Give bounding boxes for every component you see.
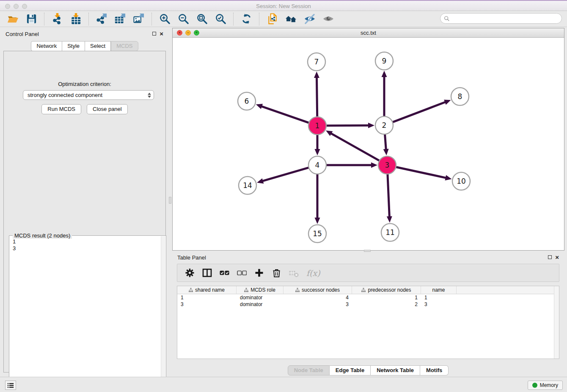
column-header-predecessor-nodes[interactable]: predecessor nodes <box>352 286 421 294</box>
table-panel: Table Panel × f(x) shared nameMCDS roles… <box>172 252 564 376</box>
result-scrollbar[interactable] <box>161 236 165 392</box>
refresh-button[interactable] <box>237 12 256 26</box>
column-header-successor-nodes[interactable]: successor nodes <box>284 286 352 294</box>
cell-MCDS-role[interactable]: dominator <box>237 301 284 308</box>
tree-icon <box>244 288 248 292</box>
float-panel-icon[interactable] <box>152 32 156 36</box>
edge-arrowhead-2-8 <box>444 99 451 105</box>
window-titlebar[interactable]: Session: New Session <box>0 0 567 11</box>
cell-shared-name[interactable]: 1 <box>177 294 237 301</box>
float-table-panel-icon[interactable] <box>548 255 552 259</box>
close-panel-icon[interactable]: × <box>160 32 163 36</box>
node-label-15: 15 <box>313 229 322 238</box>
tab-motifs[interactable]: Motifs <box>420 365 449 375</box>
node-table[interactable]: shared nameMCDS rolesuccessor nodesprede… <box>177 286 559 359</box>
column-header-name[interactable]: name <box>421 286 457 294</box>
eye-slash-button[interactable] <box>300 12 319 26</box>
edge-3-11[interactable] <box>388 174 389 217</box>
cell-shared-name[interactable]: 3 <box>177 301 237 308</box>
optimization-criterion-select[interactable]: strongly connected component <box>23 90 154 100</box>
folder-open-icon <box>7 13 19 25</box>
cell-name[interactable]: 1 <box>421 294 457 301</box>
edge-3-10[interactable] <box>396 167 446 178</box>
export-table-button[interactable] <box>111 12 129 26</box>
search-box[interactable] <box>440 13 562 24</box>
tab-node-table[interactable]: Node Table <box>288 365 330 375</box>
node-label-6: 6 <box>245 97 249 105</box>
cell-successor-nodes[interactable]: 4 <box>284 294 352 301</box>
unchecked-boxes-button[interactable] <box>236 268 247 279</box>
run-mcds-button[interactable]: Run MCDS <box>41 104 81 114</box>
import-network-button[interactable] <box>48 12 66 26</box>
close-panel-button[interactable]: Close panel <box>87 104 128 114</box>
eye-button[interactable] <box>319 12 337 26</box>
table-row-2[interactable]: 3dominator323 <box>177 301 559 308</box>
split-columns-button[interactable] <box>201 268 212 279</box>
cell-predecessor-nodes[interactable]: 1 <box>352 294 421 301</box>
control-panel: Control Panel × NetworkStyleSelectMCDS O… <box>0 28 169 377</box>
edge-4-14[interactable] <box>262 168 309 181</box>
gear-button[interactable] <box>184 268 195 279</box>
cell-predecessor-nodes[interactable]: 2 <box>352 301 421 308</box>
checked-boxes-button[interactable] <box>219 268 230 279</box>
zoom-in-button[interactable] <box>155 12 174 26</box>
edge-1-6[interactable] <box>261 106 309 123</box>
table-tabs: Node TableEdge TableNetwork TableMotifs <box>172 365 564 375</box>
tab-edge-table[interactable]: Edge Table <box>330 365 371 375</box>
table-header-row: shared nameMCDS rolesuccessor nodesprede… <box>177 286 559 294</box>
vertical-splitter-handle[interactable] <box>169 197 171 204</box>
tab-style[interactable]: Style <box>62 41 85 51</box>
zoom-selected-icon <box>215 13 226 25</box>
node-label-9: 9 <box>382 57 387 65</box>
column-header-shared-name[interactable]: shared name <box>177 286 237 294</box>
import-table-icon <box>70 13 82 25</box>
edge-1-2[interactable] <box>326 125 369 126</box>
eye-slash-icon <box>304 13 315 25</box>
column-header-MCDS-role[interactable]: MCDS role <box>237 286 284 294</box>
tree-icon <box>295 288 300 292</box>
edge-arrowhead-2-3 <box>383 149 389 155</box>
network-canvas[interactable]: 1234678910111415 <box>173 38 564 250</box>
gear-icon <box>185 268 195 278</box>
control-panel-tabs: NetworkStyleSelectMCDS <box>0 41 169 51</box>
edge-arrowhead-4-15 <box>315 218 320 224</box>
task-history-button[interactable] <box>5 381 16 390</box>
network-view-window: × – + scc.txt 1234678910111415 <box>172 28 564 251</box>
zoom-selected-button[interactable] <box>211 12 230 26</box>
memory-button[interactable]: Memory <box>528 381 563 390</box>
export-network-button[interactable] <box>92 12 111 26</box>
search-input[interactable] <box>450 15 561 22</box>
export-image-button[interactable] <box>129 12 148 26</box>
save-floppy-button[interactable] <box>22 12 41 26</box>
node-label-7: 7 <box>314 58 319 66</box>
edge-arrowhead-2-9 <box>382 71 387 77</box>
edge-1-7[interactable] <box>317 77 317 117</box>
table-scrollbar[interactable] <box>554 286 559 359</box>
edge-2-3[interactable] <box>385 134 386 150</box>
tab-mcds[interactable]: MCDS <box>111 41 138 51</box>
duplicate-network-button[interactable] <box>263 12 281 26</box>
cell-name[interactable]: 3 <box>421 301 457 308</box>
folder-open-button[interactable] <box>3 12 22 26</box>
edge-3-1[interactable] <box>330 133 379 161</box>
cell-successor-nodes[interactable]: 3 <box>284 301 352 308</box>
trash-button[interactable] <box>271 268 282 279</box>
plus-button[interactable] <box>253 268 264 279</box>
cell-MCDS-role[interactable]: dominator <box>237 294 284 301</box>
tab-network[interactable]: Network <box>31 41 62 51</box>
status-bar: Memory <box>0 377 567 392</box>
zoom-out-button[interactable] <box>174 12 193 26</box>
network-window-titlebar[interactable]: × – + scc.txt <box>173 28 564 38</box>
edge-2-8[interactable] <box>393 102 446 122</box>
import-table-button[interactable] <box>66 12 85 26</box>
horizontal-splitter-handle[interactable] <box>364 250 371 252</box>
unchecked-boxes-icon <box>237 268 247 278</box>
edge-arrowhead-1-6 <box>256 104 263 109</box>
zoom-fit-button[interactable] <box>193 12 211 26</box>
tab-network-table[interactable]: Network Table <box>371 365 420 375</box>
node-label-2: 2 <box>382 121 387 130</box>
table-row-1[interactable]: 1dominator411 <box>177 294 559 301</box>
houses-button[interactable] <box>281 12 300 26</box>
close-table-panel-icon[interactable]: × <box>555 255 559 259</box>
tab-select[interactable]: Select <box>85 41 111 51</box>
